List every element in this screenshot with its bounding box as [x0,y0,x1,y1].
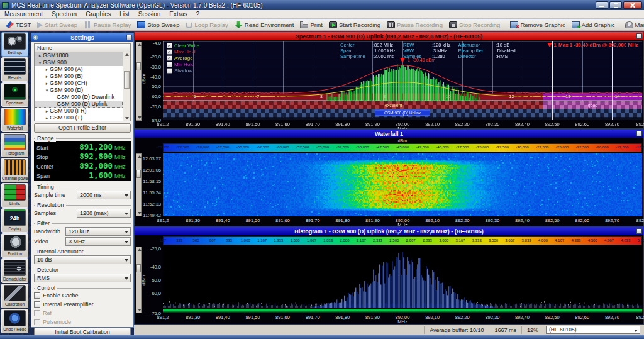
tree-item-gsm-900-t[interactable]: ▸GSM 900 (T) [35,114,123,121]
tree-expander-icon[interactable]: ▸ [44,66,50,73]
histogram-plot[interactable] [163,247,642,313]
freq-tick: 891,2 [157,314,169,320]
sidebar-item-limits[interactable]: Limits [1,183,28,208]
spectrum-plot[interactable]: ✓Clear Write✓Max Hold✓AverageMin HoldSha… [163,41,642,120]
legend-checkbox[interactable]: ✓ [167,55,172,61]
tree-expander-icon[interactable]: ▸ [44,73,50,80]
tree-item-gsm-900-fr[interactable]: ▸GSM 900 (FR) [35,108,123,114]
waterfall-titlebar[interactable]: Waterfall 1 [135,130,643,138]
colorbar-tick: -62,500 [257,145,269,149]
tree-item-gsm-900-ch[interactable]: ▸GSM 900 (CH) [35,80,123,87]
legend-clear-write[interactable]: ✓Clear Write [167,42,199,48]
histogram-canvas[interactable] [163,247,642,313]
sidebar-item-position[interactable]: Position [1,233,28,258]
device-dropdown[interactable]: (HF-60105) [546,326,640,334]
tree-expander-icon[interactable]: ▾ [37,59,43,66]
toolbar-remove-graphic-button[interactable]: Remove Graphic [508,21,569,29]
toolbar-add-graphic-button[interactable]: Add Graphic [569,21,619,29]
legend-min-hold[interactable]: Min Hold [167,61,199,67]
toolbar-manage-sessions-button[interactable]: Manage Sessions [623,21,644,29]
legend-shadow[interactable]: Shadow [167,67,199,74]
sidebar-item-daylog[interactable]: 24hDaylog [1,208,28,233]
env-icon [235,21,243,28]
maximize-button[interactable] [609,1,622,9]
open-profile-editor-button[interactable]: Open Profile Editor [34,123,131,133]
toolbar-read-environment-button[interactable]: Read Environment [232,21,298,29]
checkbox-internal-preamplifier[interactable] [34,301,40,308]
tree-expander-icon[interactable]: ▾ [44,87,50,94]
menu-measurement[interactable]: Measurement [0,10,47,18]
histogram-titlebar[interactable]: Histogram 1 - GSM 900 (D) Uplink (891,2 … [135,227,643,235]
range-stop: Stop892,800MHz [36,152,128,161]
slider-thumb[interactable] [136,62,141,70]
tree-item-gsm1800[interactable]: ▸GSM1800 [35,52,123,59]
minimize-button[interactable] [596,1,608,9]
menu-extras[interactable]: Extras [165,10,191,18]
checkbox-row-internal-preamplifier[interactable]: Internal Preamplifier [34,300,131,308]
waterfall-plot[interactable] [163,153,642,216]
tree-item-gsm-900-d[interactable]: ▾GSM 900 (D) [35,87,123,94]
tree-expander-icon[interactable]: ▸ [44,80,50,87]
toolbar-stop-sweep-button[interactable]: Stop Sweep [135,21,183,29]
sidebar-item-demodulator[interactable]: Demodulator [1,258,28,283]
panel-menu-icon[interactable] [636,228,642,234]
waterfall-canvas[interactable] [163,153,642,216]
amp-tick: -25,0 [150,246,161,252]
bandwidth-dropdown[interactable]: 120 kHz [65,227,131,236]
samples-dropdown[interactable]: 1280 (max) [77,209,131,218]
tree-expander-icon[interactable]: ▸ [37,52,43,59]
tree-item-gsm-900-d-downlink[interactable]: GSM 900 (D) Downlink [35,94,123,101]
detector-dropdown[interactable]: RMS [34,274,131,282]
tree-header[interactable]: Name [35,44,130,52]
sidebar-item-channel-power[interactable]: Channel power [1,158,28,182]
menu-item[interactable]: ? [192,10,204,18]
tree-scrollbar-thumb[interactable] [124,71,130,89]
close-button[interactable] [623,1,642,9]
spectrum-titlebar[interactable]: Spectrum 1 - GSM 900 (D) Uplink (891,2 M… [135,32,643,40]
sidebar-item-settings[interactable]: Settings [1,32,28,57]
tree-expander-icon[interactable]: ▸ [44,114,50,121]
tree-expander-icon[interactable]: ▸ [44,108,50,114]
legend-checkbox[interactable]: ✓ [167,43,172,48]
legend-average[interactable]: ✓Average [167,55,199,61]
tree-item-gsm-900-a[interactable]: ▸GSM 900 (A) [35,66,123,73]
checkbox-enable-cache[interactable] [34,292,40,299]
sidebar-item-waterfall[interactable]: Waterfall [1,108,28,132]
settings-panel-titlebar[interactable]: Settings [31,33,133,42]
sidebar-item-undo-redo[interactable]: Undo / Redo [1,309,28,333]
menu-spectran[interactable]: Spectran [47,10,81,18]
checkbox-row-enable-cache[interactable]: Enable Cache [34,291,131,299]
attenuator-dropdown[interactable]: 10 dB [34,255,131,264]
panel-menu-icon[interactable] [636,131,642,136]
video-dropdown[interactable]: 3 MHz [65,237,131,246]
legend-max-hold[interactable]: ✓Max Hold [167,48,199,55]
toolbar-stop-recording-button[interactable]: Stop Recording [447,21,504,29]
sidebar-item-histogram[interactable]: Histogram [1,133,28,157]
sidebar-item-results[interactable]: Results [1,57,28,82]
pin-icon[interactable] [126,35,132,40]
toolbar-pause-recording-button[interactable]: Pause Recording [384,21,447,29]
toolbar-test-button[interactable]: TEST [3,21,35,29]
sidebar-item-spectrum[interactable]: Spectrum [1,82,28,107]
menu-graphics[interactable]: Graphics [81,10,115,18]
colorbar-tick: 2,500 [389,238,399,242]
tree-item-gsm-900-b[interactable]: ▸GSM 900 (B) [35,73,123,80]
tree-item-gsm-900-d-uplink[interactable]: GSM 900 (D) Uplink [35,101,123,108]
menu-list[interactable]: List [115,10,134,18]
legend-checkbox[interactable] [167,68,172,74]
tree-scrollbar[interactable] [123,52,130,121]
toolbar-pause-replay-button[interactable]: Pause Replay [81,21,135,29]
legend-checkbox[interactable] [167,62,172,67]
tree-item-gsm-900[interactable]: ▾GSM 900 [35,59,123,66]
toolbar-start-sweep-button[interactable]: Start Sweep [35,21,81,29]
toolbar-start-recording-button[interactable]: Start Recording [326,21,384,29]
slider-thumb[interactable] [136,264,141,272]
sidebar-item-calibration[interactable]: Calibration [1,284,28,308]
panel-menu-icon[interactable] [636,33,642,39]
toolbar-print-button[interactable]: Print [297,21,326,29]
legend-checkbox[interactable]: ✓ [167,49,172,55]
freq-tick: 892,70 [605,121,619,127]
sample-time-dropdown[interactable]: 2000 ms [77,191,131,199]
toolbar-loop-replay-button[interactable]: Loop Replay [183,21,231,29]
menu-session[interactable]: Session [134,10,165,18]
